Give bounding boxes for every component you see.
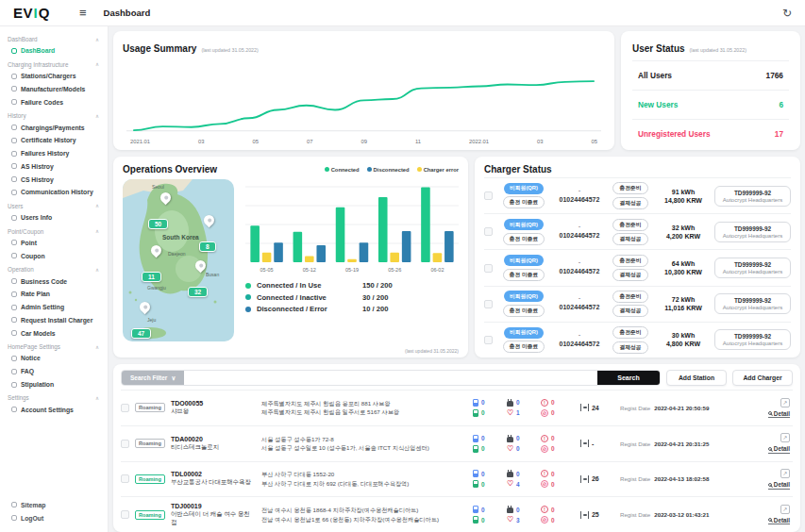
search-button[interactable]: Search bbox=[597, 371, 660, 385]
map-pin-count: 50 bbox=[148, 219, 168, 229]
add-station-button[interactable]: Add Station bbox=[666, 370, 727, 386]
sidebar-item-faq[interactable]: FAQ bbox=[0, 365, 108, 378]
korea-map: Seoul South Korea Daejeon Gwangju Busan … bbox=[123, 179, 234, 341]
menu-toggle-icon[interactable]: ≡ bbox=[79, 6, 87, 20]
x-tick: 07 bbox=[307, 139, 312, 144]
station-name: Autocrypt Headquarters bbox=[719, 341, 786, 346]
sidebar-section-settings[interactable]: Settings∧ bbox=[0, 391, 108, 403]
open-external-icon[interactable]: ↗ bbox=[780, 398, 790, 407]
charge-state-badge: 충전 미종료 bbox=[503, 233, 545, 245]
add-charger-button[interactable]: Add Charger bbox=[732, 370, 793, 386]
sidebar-item-notice[interactable]: Notice bbox=[0, 352, 108, 365]
sidebar-item-as-history[interactable]: AS Histroy bbox=[0, 159, 108, 173]
sidebar-item-business-code[interactable]: Business Code bbox=[0, 274, 108, 288]
sidebar-item-certificate-history[interactable]: Certificate History bbox=[0, 134, 108, 147]
user-status-card: User Status(last updated 31.05.2022) All… bbox=[621, 31, 800, 150]
charger-location-box[interactable]: TD999999-92Autocrypt Headquarters bbox=[714, 258, 791, 278]
x-tick: 05 bbox=[591, 139, 596, 144]
sidebar-item-stations-chargers[interactable]: Stations/Chargers bbox=[0, 70, 108, 83]
sidebar-item-dashboard[interactable]: DashBoard bbox=[0, 44, 108, 58]
member-type-badge: 비회원(QR) bbox=[504, 183, 544, 194]
detail-link[interactable]: Detail bbox=[768, 481, 790, 490]
charger-location-box[interactable]: TD999999-92Autocrypt Headquarters bbox=[714, 222, 791, 242]
map-label-gwangju: Gwangju bbox=[147, 285, 166, 291]
sidebar-item-point[interactable]: Point bbox=[0, 237, 108, 250]
charger-status-row: 비회원(QR)충전 미종료 -01024464572 충전준비결제성공 91 k… bbox=[484, 177, 791, 213]
detail-link[interactable]: Detail bbox=[768, 445, 790, 454]
sidebar-section-charging-infrastructure[interactable]: Charging Infrastructure∧ bbox=[0, 58, 108, 70]
row-checkbox[interactable] bbox=[484, 336, 493, 344]
sidebar-item-logout[interactable]: LogOut bbox=[0, 511, 108, 524]
row-checkbox[interactable] bbox=[121, 474, 129, 483]
charger-location-box[interactable]: TD999999-92Autocrypt Headquarters bbox=[714, 293, 791, 314]
sidebar-section-operation[interactable]: Operation∧ bbox=[0, 262, 108, 274]
row-checkbox[interactable] bbox=[484, 191, 493, 200]
detail-link[interactable]: Detail bbox=[768, 517, 790, 525]
row-checkbox[interactable] bbox=[484, 227, 493, 236]
sidebar-item-failures-history[interactable]: Failures History bbox=[0, 147, 108, 160]
station-name: Autocrypt Headquarters bbox=[719, 305, 786, 310]
sidebar-section-history[interactable]: History∧ bbox=[0, 108, 108, 121]
sidebar-section-point-coupon[interactable]: Point/Coupon∧ bbox=[0, 224, 108, 237]
energy-kwh: 32 kWh bbox=[657, 224, 710, 231]
charge-ready-badge: 충전준비 bbox=[612, 255, 647, 267]
legend-dot-disconnected bbox=[367, 167, 372, 172]
row-checkbox[interactable] bbox=[484, 264, 493, 273]
open-external-icon[interactable]: ↗ bbox=[780, 469, 790, 478]
sidebar-item-stipulation[interactable]: Stipulation bbox=[0, 378, 108, 391]
regist-date-label: Regist Date bbox=[620, 441, 650, 447]
sidebar-item-account-settings[interactable]: Account Settings bbox=[0, 403, 108, 416]
eviq-logo[interactable]: EVIQ bbox=[0, 5, 74, 21]
sidebar-item-coupon[interactable]: Coupon bbox=[0, 249, 108, 262]
sidebar-item-admin-setting[interactable]: Admin Setting bbox=[0, 301, 108, 314]
charge-state-badge: 충전 미종료 bbox=[503, 305, 545, 317]
row-checkbox[interactable] bbox=[121, 440, 129, 448]
sidebar-item-chargings-payments[interactable]: Chargings/Payments bbox=[0, 121, 108, 134]
regist-date-value: 2022-04-13 18:02:58 bbox=[654, 475, 709, 482]
map-pin-count: 8 bbox=[199, 241, 216, 252]
map-pin-count: 11 bbox=[142, 272, 161, 282]
charger-location-box[interactable]: TD999999-92Autocrypt Headquarters bbox=[714, 329, 791, 350]
roaming-badge: Roaming bbox=[135, 403, 165, 412]
sidebar-section-users[interactable]: Users∧ bbox=[0, 199, 108, 211]
row-checkbox[interactable] bbox=[484, 300, 493, 308]
open-external-icon[interactable]: ↗ bbox=[780, 505, 790, 514]
ports-count: 24 bbox=[592, 405, 599, 411]
sidebar-item-rate-plan[interactable]: Rate Plan bbox=[0, 288, 108, 301]
charger-location-box[interactable]: TD999999-92Autocrypt Headquarters bbox=[714, 186, 791, 207]
charger-id: TD999999-92 bbox=[719, 333, 786, 340]
sidebar-item-users-info[interactable]: Users Info bbox=[0, 211, 108, 224]
sidebar-section-dashboard[interactable]: DashBoard∧ bbox=[0, 32, 108, 44]
stations-chargers-icon bbox=[11, 74, 17, 79]
slow-charger-icon bbox=[473, 480, 478, 488]
sidebar-section-homepage-settings[interactable]: HomePage Settings∧ bbox=[0, 340, 108, 352]
open-external-icon[interactable]: ↗ bbox=[780, 433, 790, 442]
ops-updated-label: (last updated 31.05.2022) bbox=[405, 348, 459, 354]
manufacturer-models-icon bbox=[11, 86, 17, 91]
sidebar-item-sitemap[interactable]: Sitemap bbox=[0, 498, 108, 511]
sidebar-item-car-models[interactable]: Car Models bbox=[0, 326, 108, 340]
search-input[interactable] bbox=[184, 371, 597, 385]
regist-date-label: Regist Date bbox=[620, 405, 650, 411]
car-models-icon bbox=[11, 330, 17, 336]
sidebar-item-request-install-charger[interactable]: Request Install Charger bbox=[0, 314, 108, 327]
sidebar-item-cs-history[interactable]: CS Histroy bbox=[0, 173, 108, 186]
fast-charger-icon bbox=[473, 506, 478, 513]
usage-line-chart bbox=[123, 58, 605, 139]
point-icon bbox=[11, 240, 17, 245]
sidebar-item-failure-codes[interactable]: Failure Codes bbox=[0, 95, 108, 108]
sidebar-item-communication-history[interactable]: Communication History bbox=[0, 186, 108, 199]
sidebar-item-manufacturer-models[interactable]: Manufacturer/Models bbox=[0, 83, 108, 96]
detail-link[interactable]: Detail bbox=[768, 410, 790, 419]
station-id: TDO00055 bbox=[171, 400, 256, 407]
communication-history-icon bbox=[11, 190, 17, 195]
usage-updated-label: (last updated 31.05.2022) bbox=[201, 47, 258, 53]
charge-ready-badge: 충전준비 bbox=[612, 182, 647, 194]
favorite-icon: ♡ bbox=[507, 409, 513, 417]
regist-date-value: 2022-04-21 20:50:59 bbox=[654, 405, 709, 411]
search-filter-dropdown[interactable]: Search Filter∨ bbox=[122, 371, 184, 385]
row-checkbox[interactable] bbox=[121, 510, 129, 519]
refresh-icon[interactable]: ↻ bbox=[782, 8, 792, 19]
row-checkbox[interactable] bbox=[121, 404, 129, 412]
stat-error: Disconnected / Error10 / 200 bbox=[245, 305, 459, 313]
